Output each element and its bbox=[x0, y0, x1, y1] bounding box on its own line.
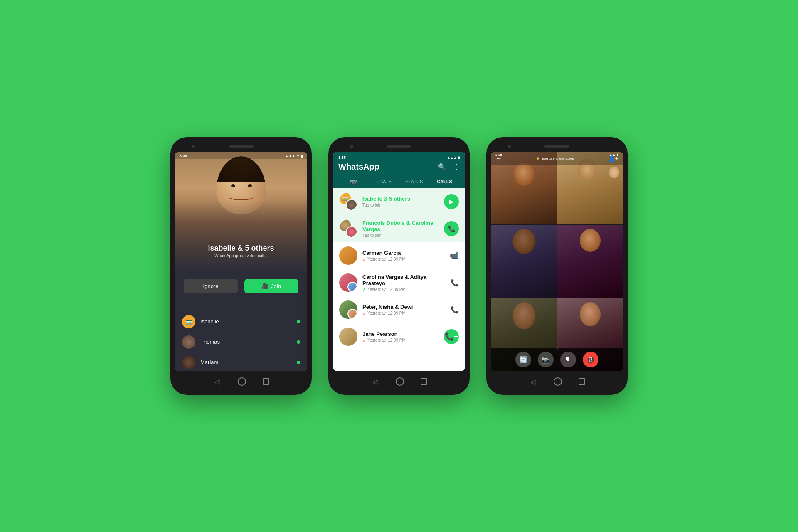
phone-2-top-bar bbox=[333, 142, 465, 150]
phone-1-top-bar bbox=[175, 142, 307, 150]
phone-3-screen: ← 🔒 End-to-end encrypted 👤+ 3:35 ▲▲ ▮ ∧ … bbox=[491, 152, 623, 371]
participant-thomas: Thomas bbox=[182, 332, 300, 352]
battery-icon: ▮ bbox=[301, 154, 303, 158]
video-call-screen: ← 🔒 End-to-end encrypted 👤+ 3:35 ▲▲ ▮ ∧ … bbox=[491, 152, 623, 371]
call-sub-jane: ↙ Yesterday, 12:39 PM bbox=[362, 338, 444, 342]
call-item-jane[interactable]: Jane Pearson ↙ Yesterday, 12:39 PM 📞+ bbox=[333, 323, 465, 350]
call-avatar-carmen bbox=[339, 246, 357, 265]
call-name-isabelle: Isabelle & 5 others bbox=[362, 196, 444, 202]
call-item-isabelle[interactable]: 🚃 Isabelle & 5 others Tap to join ▶ bbox=[333, 188, 465, 215]
call-item-peter[interactable]: Peter, Nisha & Dewi ↙ Yesterday, 12:39 P… bbox=[333, 296, 465, 323]
recents-nav-2[interactable] bbox=[421, 378, 427, 385]
incoming-call-screen: 3:35 ▲▲▲ ▼ ▮ Isabe bbox=[175, 152, 307, 371]
phone-2: 3:35 ▲▲▲ ▮ WhatsApp 🔍 ⋮ 📷 CHATS STATUS C… bbox=[328, 137, 470, 395]
call-action-buttons: Ignore 🎥 Join bbox=[175, 279, 307, 293]
phone-3-bottom-bar: ◁ bbox=[491, 373, 623, 390]
call-sub-isabelle: Tap to join bbox=[362, 203, 444, 207]
phone-call-icon-fc: 📞 bbox=[448, 225, 455, 232]
participants-list: 🚃 Isabelle Thomas Mariam François bbox=[175, 312, 307, 371]
tab-camera[interactable]: 📷 bbox=[338, 175, 369, 188]
arrow-in-jane: ↙ bbox=[362, 338, 366, 342]
back-nav-1[interactable]: ◁ bbox=[213, 377, 221, 386]
join-label: Join bbox=[271, 283, 281, 289]
tab-status[interactable]: STATUS bbox=[399, 176, 429, 187]
recents-nav-1[interactable] bbox=[263, 378, 269, 385]
more-options-icon[interactable]: ⋮ bbox=[453, 163, 460, 171]
call-name-fc: François Dubois & Carolina Vargas bbox=[362, 220, 444, 232]
join-phone-call-fc[interactable]: 📞 bbox=[444, 221, 459, 236]
end-call-button[interactable]: 📵 bbox=[583, 352, 598, 367]
phone-3-top-bar bbox=[491, 142, 623, 150]
video-status-bar: 3:35 ▲▲ ▮ bbox=[491, 152, 623, 158]
whatsapp-header: 3:35 ▲▲▲ ▮ WhatsApp 🔍 ⋮ 📷 CHATS STATUS C… bbox=[333, 152, 465, 188]
video-cell-3 bbox=[491, 225, 557, 298]
phone-1-screen: 3:35 ▲▲▲ ▼ ▮ Isabe bbox=[175, 152, 307, 371]
phone-1-bottom-bar: ◁ bbox=[175, 373, 307, 390]
participant-name-mariam: Mariam bbox=[200, 359, 297, 365]
call-avatar-jane bbox=[339, 328, 357, 346]
front-camera-1 bbox=[192, 145, 195, 148]
baby-face bbox=[609, 167, 619, 178]
video-time: 3:35 bbox=[495, 153, 502, 157]
join-button[interactable]: 🎥 Join bbox=[244, 279, 298, 293]
add-call-jane[interactable]: 📞+ bbox=[444, 329, 459, 344]
call-name-peter: Peter, Nisha & Dewi bbox=[362, 304, 451, 310]
ignore-button[interactable]: Ignore bbox=[184, 279, 238, 293]
call-item-carolina-aditya[interactable]: Carolina Vargas & Aditya Prasteyo ↗ Yest… bbox=[333, 269, 465, 296]
online-dot-isabelle bbox=[297, 320, 300, 323]
caller-face bbox=[216, 156, 266, 214]
call-avatar-peter bbox=[339, 300, 357, 319]
arrow-in-peter: ↙ bbox=[362, 311, 366, 315]
face-cell-6 bbox=[580, 302, 601, 326]
video-grid bbox=[491, 152, 623, 371]
back-nav-2[interactable]: ◁ bbox=[371, 377, 379, 386]
eye-left bbox=[231, 184, 235, 187]
wa-signal: ▲▲▲ bbox=[447, 156, 457, 160]
participant-name-thomas: Thomas bbox=[200, 339, 297, 345]
tab-calls[interactable]: CALLS bbox=[429, 176, 460, 187]
status-time-1: 3:35 bbox=[180, 154, 187, 158]
call-info-jane: Jane Pearson ↙ Yesterday, 12:39 PM bbox=[362, 331, 444, 342]
phone-3: ← 🔒 End-to-end encrypted 👤+ 3:35 ▲▲ ▮ ∧ … bbox=[486, 137, 628, 395]
call-name-carmen: Carmen García bbox=[362, 250, 450, 256]
search-icon[interactable]: 🔍 bbox=[438, 163, 446, 171]
home-nav-1[interactable] bbox=[238, 377, 246, 386]
home-nav-3[interactable] bbox=[554, 377, 562, 386]
wa-tabs: 📷 CHATS STATUS CALLS bbox=[338, 175, 460, 188]
home-nav-2[interactable] bbox=[396, 377, 404, 386]
calls-list: 🚃 Isabelle & 5 others Tap to join ▶ bbox=[333, 188, 465, 371]
smile bbox=[229, 194, 254, 200]
face-cell-4 bbox=[580, 229, 601, 252]
call-item-francois-carolina[interactable]: François Dubois & Carolina Vargas Tap to… bbox=[333, 215, 465, 242]
call-item-carmen[interactable]: Carmen García ↙ Yesterday, 12:39 PM 📹 bbox=[333, 242, 465, 269]
v-battery: ▮ bbox=[617, 153, 618, 157]
front-camera-3 bbox=[508, 145, 511, 148]
wifi-icon: ▼ bbox=[296, 154, 300, 158]
back-nav-3[interactable]: ◁ bbox=[529, 377, 537, 386]
video-toggle-button[interactable]: 📷 bbox=[538, 352, 554, 367]
recents-nav-3[interactable] bbox=[579, 378, 585, 385]
arrow-in-carmen: ↙ bbox=[362, 257, 366, 261]
participant-mariam: Mariam bbox=[182, 352, 300, 371]
avatar-thomas bbox=[182, 335, 195, 349]
participant-isabelle: 🚃 Isabelle bbox=[182, 312, 300, 332]
tab-chats[interactable]: CHATS bbox=[369, 176, 399, 187]
wa-status-bar: 3:35 ▲▲▲ ▮ bbox=[338, 155, 460, 160]
speaker-2 bbox=[387, 145, 411, 148]
face-cell-3 bbox=[512, 229, 535, 254]
call-info-fc: François Dubois & Carolina Vargas Tap to… bbox=[362, 220, 444, 238]
video-status-icons: ▲▲ ▮ bbox=[609, 153, 618, 157]
call-sub-peter: ↙ Yesterday, 12:39 PM bbox=[362, 311, 451, 315]
status-bar-1: 3:35 ▲▲▲ ▼ ▮ bbox=[175, 152, 307, 159]
join-video-call-isabelle[interactable]: ▶ bbox=[444, 194, 459, 209]
phone-1: 3:35 ▲▲▲ ▼ ▮ Isabe bbox=[170, 137, 312, 395]
signal-icon: ▲▲▲ bbox=[285, 154, 295, 158]
call-group-name: Isabelle & 5 others bbox=[175, 244, 307, 253]
speaker-1 bbox=[229, 145, 254, 148]
mute-button[interactable]: 🎙 bbox=[560, 352, 576, 367]
call-info-peter: Peter, Nisha & Dewi ↙ Yesterday, 12:39 P… bbox=[362, 304, 451, 315]
flip-camera-button[interactable]: 🔄 bbox=[515, 352, 531, 367]
add-call-icon: 📞+ bbox=[445, 332, 458, 341]
phone-icon-ca: 📞 bbox=[451, 279, 459, 287]
video-call-icon: ▶ bbox=[449, 198, 454, 205]
